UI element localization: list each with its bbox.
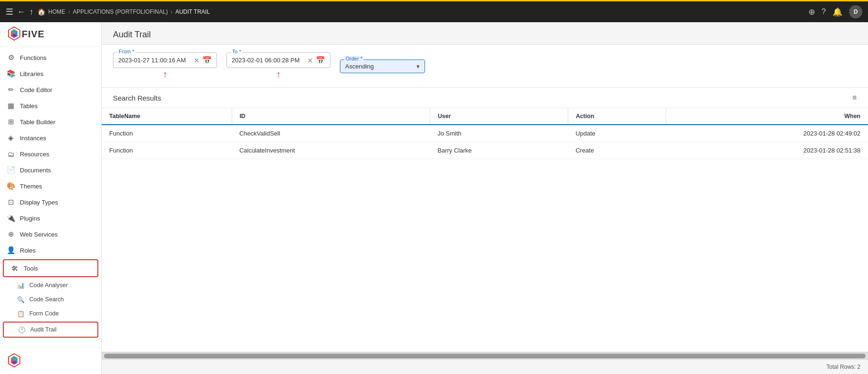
col-header-id: ID bbox=[232, 108, 430, 125]
sidebar-item-code-search[interactable]: 🔍 Code Search bbox=[0, 292, 101, 306]
data-table: TableName ID User Action When Function C… bbox=[102, 108, 868, 159]
breadcrumb-sep-1: › bbox=[68, 8, 70, 15]
sidebar-item-functions[interactable]: ⚙ Functions bbox=[0, 50, 101, 66]
results-title: Search Results bbox=[113, 94, 161, 102]
sidebar-nav: ⚙ Functions 📚 Libraries ✏ Code Editor ▦ … bbox=[0, 47, 101, 348]
cell-tablename-0: Function bbox=[102, 125, 232, 142]
horizontal-scrollbar[interactable] bbox=[102, 352, 868, 359]
breadcrumb-home[interactable]: HOME bbox=[48, 8, 65, 15]
from-arrow-indicator: ↑ bbox=[163, 69, 167, 80]
breadcrumb-current: AUDIT TRAIL bbox=[175, 8, 210, 15]
to-arrow-indicator: ↑ bbox=[276, 69, 281, 80]
sidebar-item-plugins[interactable]: 🔌 Plugins bbox=[0, 210, 101, 226]
sidebar-item-tables[interactable]: ▦ Tables bbox=[0, 98, 101, 114]
web-services-icon: ⊕ bbox=[7, 230, 15, 238]
main-layout: FIVE ⚙ Functions 📚 Libraries ✏ Code Edit… bbox=[0, 22, 868, 374]
home-icon[interactable]: 🏠 bbox=[37, 8, 45, 16]
from-date-field: From * 2023-01-27 11:00:16 AM ✕ 📅 bbox=[113, 52, 217, 68]
cell-id-1: CalculateInvestment bbox=[232, 142, 430, 159]
help-icon[interactable]: ? bbox=[822, 7, 826, 17]
from-calendar-button[interactable]: 📅 bbox=[202, 56, 212, 65]
sidebar-item-instances[interactable]: ◈ Instances bbox=[0, 130, 101, 146]
order-field: Order * Ascending ▾ bbox=[340, 60, 425, 73]
sidebar-footer bbox=[0, 348, 101, 374]
col-header-when: When bbox=[666, 108, 868, 125]
instances-icon: ◈ bbox=[7, 134, 15, 142]
sidebar-item-web-services[interactable]: ⊕ Web Services bbox=[0, 226, 101, 242]
sidebar: FIVE ⚙ Functions 📚 Libraries ✏ Code Edit… bbox=[0, 22, 102, 374]
sidebar-item-display-types[interactable]: ⊡ Display Types bbox=[0, 194, 101, 210]
breadcrumb: 🏠 HOME › APPLICATIONS (PORTFOLIOFINAL) ›… bbox=[37, 8, 210, 16]
to-label: To * bbox=[231, 49, 243, 54]
from-clear-button[interactable]: ✕ bbox=[194, 57, 200, 64]
avatar[interactable]: D bbox=[849, 5, 862, 18]
results-filter-icon[interactable]: ≡ bbox=[852, 94, 857, 102]
up-icon[interactable]: ↑ bbox=[29, 7, 34, 17]
sidebar-label-documents: Documents bbox=[20, 167, 51, 174]
content-footer: Total Rows: 2 bbox=[102, 359, 868, 374]
display-types-icon: ⊡ bbox=[7, 198, 15, 206]
libraries-icon: 📚 bbox=[7, 69, 15, 78]
sidebar-label-form-code: Form Code bbox=[29, 310, 59, 317]
page-header: Audit Trail bbox=[102, 22, 868, 45]
themes-icon: 🎨 bbox=[7, 182, 15, 190]
sidebar-item-table-builder[interactable]: ⊞ Table Builder bbox=[0, 114, 101, 130]
table-wrapper: TableName ID User Action When Function C… bbox=[102, 108, 868, 352]
code-editor-icon: ✏ bbox=[7, 85, 15, 94]
sidebar-item-resources[interactable]: 🗂 Resources bbox=[0, 146, 101, 162]
cell-when-1: 2023-01-28 02:51:38 bbox=[666, 142, 868, 159]
filter-bar: From * 2023-01-27 11:00:16 AM ✕ 📅 ↑ To *… bbox=[102, 45, 868, 88]
sidebar-item-audit-trail[interactable]: 🕐 Audit Trail bbox=[3, 322, 98, 338]
to-calendar-button[interactable]: 📅 bbox=[316, 56, 325, 65]
notifications-icon[interactable]: 🔔 bbox=[833, 7, 842, 17]
sidebar-item-code-editor[interactable]: ✏ Code Editor bbox=[0, 82, 101, 98]
from-label: From * bbox=[117, 49, 136, 54]
cell-tablename-1: Function bbox=[102, 142, 232, 159]
to-date-field: To * 2023-02-01 06:00:28 PM ✕ 📅 bbox=[226, 52, 330, 68]
sidebar-item-documents[interactable]: 📄 Documents bbox=[0, 162, 101, 178]
sidebar-item-themes[interactable]: 🎨 Themes bbox=[0, 178, 101, 194]
search-icon[interactable]: ⊕ bbox=[808, 7, 815, 17]
roles-icon: 👤 bbox=[7, 246, 15, 255]
form-code-icon: 📋 bbox=[17, 310, 25, 317]
col-header-action: Action bbox=[568, 108, 666, 125]
sidebar-item-form-code[interactable]: 📋 Form Code bbox=[0, 306, 101, 321]
sidebar-label-table-builder: Table Builder bbox=[20, 119, 55, 126]
top-bar-left: ☰ ← ↑ 🏠 HOME › APPLICATIONS (PORTFOLIOFI… bbox=[6, 7, 804, 17]
sidebar-item-tools[interactable]: 🛠 Tools bbox=[3, 259, 98, 277]
menu-icon[interactable]: ☰ bbox=[6, 7, 13, 17]
cell-action-1: Create bbox=[568, 142, 666, 159]
resources-icon: 🗂 bbox=[7, 150, 15, 158]
documents-icon: 📄 bbox=[7, 166, 15, 174]
order-dropdown-icon[interactable]: ▾ bbox=[417, 63, 420, 70]
from-value: 2023-01-27 11:00:16 AM bbox=[118, 57, 191, 64]
cell-user-1: Barry Clarke bbox=[430, 142, 568, 159]
plugins-icon: 🔌 bbox=[7, 214, 15, 222]
to-clear-button[interactable]: ✕ bbox=[307, 57, 313, 64]
total-rows: Total Rows: 2 bbox=[826, 364, 860, 370]
sidebar-label-tables: Tables bbox=[20, 102, 38, 110]
sidebar-item-roles[interactable]: 👤 Roles bbox=[0, 242, 101, 258]
tools-icon: 🛠 bbox=[10, 264, 19, 272]
table-header-row: TableName ID User Action When bbox=[102, 108, 868, 125]
scrollbar-thumb[interactable] bbox=[104, 354, 866, 358]
results-section: Search Results ≡ TableName ID User Actio… bbox=[102, 88, 868, 352]
sidebar-label-roles: Roles bbox=[20, 247, 35, 254]
back-icon[interactable]: ← bbox=[17, 7, 26, 17]
sidebar-item-code-analyser[interactable]: 📊 Code Analyser bbox=[0, 278, 101, 292]
table-row[interactable]: Function CheckValidSell Jo Smith Update … bbox=[102, 125, 868, 142]
footer-logo bbox=[7, 353, 22, 369]
sidebar-item-libraries[interactable]: 📚 Libraries bbox=[0, 66, 101, 82]
cell-id-0: CheckValidSell bbox=[232, 125, 430, 142]
sidebar-label-themes: Themes bbox=[20, 183, 42, 190]
logo-text: FIVE bbox=[22, 29, 44, 40]
breadcrumb-apps[interactable]: APPLICATIONS (PORTFOLIOFINAL) bbox=[73, 8, 168, 15]
cell-when-0: 2023-01-28 02:49:02 bbox=[666, 125, 868, 142]
code-search-icon: 🔍 bbox=[17, 296, 25, 303]
order-label: Order * bbox=[344, 56, 364, 61]
col-header-tablename: TableName bbox=[102, 108, 232, 125]
table-row[interactable]: Function CalculateInvestment Barry Clark… bbox=[102, 142, 868, 159]
content-area: Audit Trail From * 2023-01-27 11:00:16 A… bbox=[102, 22, 868, 374]
sidebar-label-code-analyser: Code Analyser bbox=[29, 282, 68, 289]
code-analyser-icon: 📊 bbox=[17, 281, 25, 289]
